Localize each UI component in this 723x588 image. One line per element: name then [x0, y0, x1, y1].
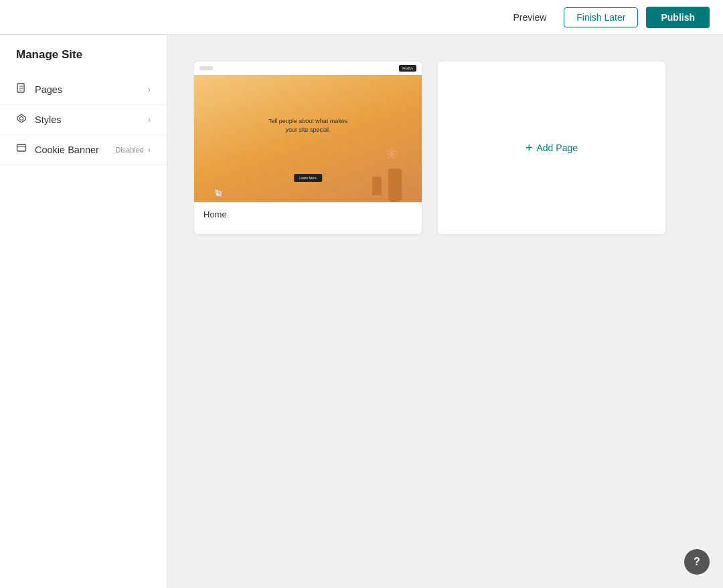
styles-icon — [16, 113, 27, 126]
pages-chevron-icon: › — [148, 85, 151, 94]
help-button[interactable]: ? — [684, 549, 710, 575]
home-thumbnail: FindUs Tell people about what makes your… — [194, 62, 422, 202]
header: Preview Finish Later Publish — [0, 0, 723, 35]
svg-point-5 — [20, 117, 23, 120]
sidebar-item-styles[interactable]: Styles › — [0, 105, 167, 135]
publish-button[interactable]: Publish — [646, 7, 710, 28]
sidebar-item-pages[interactable]: Pages › — [0, 75, 167, 105]
page-card-home[interactable]: FindUs Tell people about what makes your… — [194, 62, 422, 234]
main-content: FindUs Tell people about what makes your… — [167, 35, 723, 588]
thumb-flower-decoration — [386, 145, 403, 172]
pages-label: Pages — [35, 84, 148, 95]
page-icon — [16, 83, 27, 96]
home-page-label: Home — [194, 202, 422, 226]
add-page-label: Add Page — [537, 142, 578, 153]
cookie-icon — [16, 143, 27, 157]
layout: Manage Site Pages › Style — [0, 35, 723, 588]
styles-chevron-icon: › — [148, 115, 151, 124]
thumb-shell-decoration: 🐚 — [214, 189, 222, 197]
thumb-hero-text: Tell people about what makes your site s… — [268, 117, 348, 134]
add-page-plus-icon: + — [526, 141, 533, 155]
cookie-banner-label: Cookie Banner — [35, 144, 115, 155]
sidebar: Manage Site Pages › Style — [0, 35, 167, 588]
cookie-banner-chevron-icon: › — [148, 145, 151, 155]
thumb-nav-logo — [199, 66, 213, 70]
thumb-nav-cta: FindUs — [399, 65, 416, 72]
finish-later-button[interactable]: Finish Later — [564, 7, 638, 27]
thumb-nav: FindUs — [194, 62, 422, 75]
sidebar-title: Manage Site — [0, 48, 167, 75]
pages-grid: FindUs Tell people about what makes your… — [194, 62, 696, 234]
thumb-hero-btn: Learn More — [294, 174, 322, 182]
thumb-vase-decoration — [388, 169, 402, 202]
preview-button[interactable]: Preview — [503, 8, 556, 27]
add-page-inner: + Add Page — [526, 141, 578, 155]
thumb-hero: Tell people about what makes your site s… — [194, 75, 422, 202]
add-page-card[interactable]: + Add Page — [438, 62, 665, 234]
svg-marker-4 — [17, 114, 25, 122]
styles-label: Styles — [35, 114, 148, 125]
cookie-banner-badge: Disabled — [115, 146, 144, 154]
sidebar-item-cookie-banner[interactable]: Cookie Banner Disabled › — [0, 135, 167, 165]
svg-rect-6 — [17, 144, 26, 151]
thumb-bottle-decoration — [372, 177, 382, 195]
